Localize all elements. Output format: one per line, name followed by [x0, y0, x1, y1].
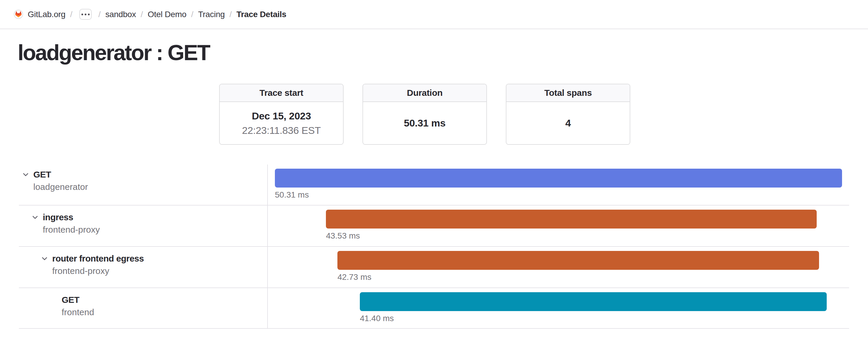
ellipsis-dot	[85, 13, 86, 15]
span-operation: router frontend egress	[52, 253, 144, 264]
span-operation: GET	[33, 169, 88, 181]
gitlab-tanuki-icon	[16, 11, 22, 18]
span-service: frontend-proxy	[43, 224, 100, 235]
ellipsis-dot	[82, 13, 83, 15]
page-title: loadgenerator : GET	[18, 42, 849, 64]
summary-card-primary-value: 50.31 ms	[404, 116, 445, 130]
span-details: GETloadgenerator	[19, 164, 267, 205]
span-timeline-cell: 50.31 ms	[267, 164, 849, 205]
breadcrumb-bar: GitLab.org//sandbox/Otel Demo/Tracing/Tr…	[0, 0, 868, 29]
span-operation: ingress	[43, 212, 100, 223]
page-content: loadgenerator : GET Trace startDec 15, 2…	[0, 42, 868, 329]
span-row-2: router frontend egressfrontend-proxy42.7…	[19, 246, 849, 287]
summary-card-primary-value: 4	[565, 116, 571, 130]
summary-card-value: 4	[506, 102, 630, 144]
span-timeline-cell: 42.73 ms	[267, 247, 849, 287]
breadcrumb-item-gitlab-org[interactable]: GitLab.org	[28, 10, 65, 19]
breadcrumb-separator: /	[229, 10, 232, 19]
span-duration-bar[interactable]	[337, 251, 819, 270]
breadcrumb-separator: /	[191, 10, 193, 19]
summary-card-primary-value: Dec 15, 2023	[252, 109, 311, 123]
span-operation: GET	[62, 294, 94, 306]
summary-card-trace-start: Trace startDec 15, 202322:23:11.836 EST	[219, 84, 344, 145]
span-service: frontend-proxy	[52, 265, 144, 277]
span-timeline-cell: 41.40 ms	[267, 288, 849, 328]
chevron-down-icon[interactable]	[32, 214, 38, 220]
summary-card-value: 50.31 ms	[363, 102, 486, 144]
breadcrumb-separator: /	[70, 10, 72, 19]
trace-summary-cards: Trace startDec 15, 202322:23:11.836 ESTD…	[219, 84, 849, 145]
breadcrumb-separator: /	[98, 10, 101, 19]
breadcrumb-ellipsis-button[interactable]	[79, 9, 92, 20]
span-duration-bar[interactable]	[326, 210, 817, 228]
span-details: ingressfrontend-proxy	[19, 205, 267, 246]
span-duration-label: 50.31 ms	[275, 190, 842, 199]
gitlab-logo-avatar[interactable]	[14, 10, 23, 19]
breadcrumb-item-otel-demo[interactable]: Otel Demo	[148, 10, 186, 19]
breadcrumb-item-sandbox[interactable]: sandbox	[105, 10, 136, 19]
span-duration-label: 41.40 ms	[360, 314, 842, 323]
summary-card-label: Total spans	[506, 84, 630, 102]
summary-card-value: Dec 15, 202322:23:11.836 EST	[220, 102, 343, 144]
span-row-1: ingressfrontend-proxy43.53 ms	[19, 205, 849, 246]
span-service: loadgenerator	[33, 181, 88, 193]
breadcrumb-separator: /	[141, 10, 143, 19]
span-row-3: GETfrontend41.40 ms	[19, 287, 849, 329]
summary-card-label: Duration	[363, 84, 486, 102]
summary-card-total-spans: Total spans4	[506, 84, 630, 145]
span-duration-bar[interactable]	[360, 292, 827, 311]
breadcrumb-item-trace-details: Trace Details	[237, 10, 286, 19]
ellipsis-dot	[88, 13, 90, 15]
summary-card-label: Trace start	[220, 84, 343, 102]
span-duration-label: 43.53 ms	[326, 231, 842, 240]
summary-card-secondary-value: 22:23:11.836 EST	[242, 123, 321, 138]
span-duration-bar[interactable]	[275, 169, 842, 188]
span-timeline-cell: 43.53 ms	[267, 205, 849, 246]
span-row-0: GETloadgenerator50.31 ms	[19, 164, 849, 205]
summary-card-duration: Duration50.31 ms	[363, 84, 487, 145]
chevron-down-icon[interactable]	[23, 171, 29, 178]
span-service: frontend	[62, 306, 94, 318]
span-details: GETfrontend	[19, 288, 267, 328]
span-duration-label: 42.73 ms	[337, 273, 842, 282]
trace-waterfall-chart: GETloadgenerator50.31 msingressfrontend-…	[19, 164, 849, 329]
span-details: router frontend egressfrontend-proxy	[19, 247, 267, 287]
breadcrumb-item-tracing[interactable]: Tracing	[198, 10, 225, 19]
chevron-down-icon[interactable]	[41, 256, 48, 261]
